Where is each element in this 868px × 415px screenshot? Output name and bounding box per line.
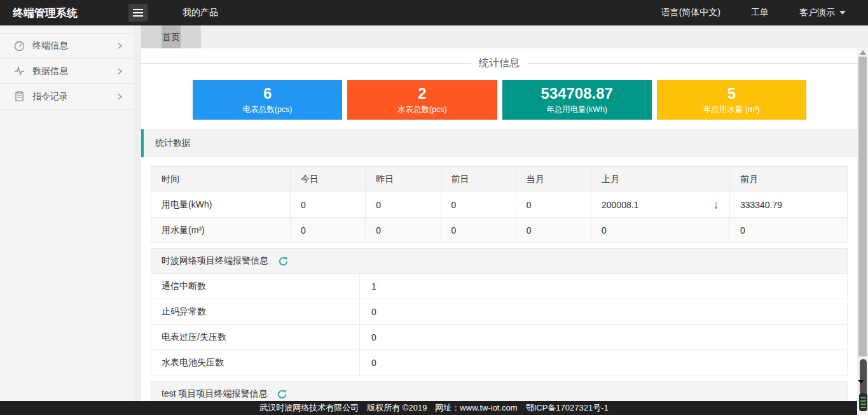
cell-value: 0 bbox=[441, 218, 516, 243]
stat-card-annual-electricity: 534708.87 年总用电量(kWh) bbox=[502, 80, 652, 120]
alarm-value: 0 bbox=[360, 325, 847, 349]
refresh-icon bbox=[279, 257, 288, 266]
sidebar: 终端信息 数据信息 指令记录 bbox=[0, 25, 134, 401]
vertical-scrollbar[interactable] bbox=[857, 48, 868, 415]
chevron-down-icon bbox=[839, 11, 846, 15]
alarm-row-overvoltage: 电表过压/失压数 0 bbox=[151, 325, 847, 350]
alarm-rows: 通信中断数 1 止码异常数 0 电表过压/失压数 0 水表电池失压数 0 bbox=[151, 274, 848, 376]
col-header-time: 时间 bbox=[151, 167, 291, 192]
stats-data-band-title: 统计数据 bbox=[155, 137, 191, 149]
stat-card-value: 534708.87 bbox=[502, 85, 652, 102]
clipboard-icon bbox=[14, 91, 25, 102]
alarm-section-title: 时波网络项目终端报警信息 bbox=[162, 255, 268, 267]
table-row-water: 用水量(m³) 0 0 0 0 0 0 bbox=[151, 218, 848, 243]
stat-card-label: 水表总数(pcs) bbox=[347, 104, 497, 115]
user-menu-label: 客户演示 bbox=[799, 7, 835, 17]
nav-language[interactable]: 语言(简体中文) bbox=[661, 7, 720, 18]
main-content: 统计信息 6 电表总数(pcs) 2 水表总数(pcs) 534708.87 年… bbox=[141, 48, 857, 401]
alarm-section-band: 时波网络项目终端报警信息 bbox=[151, 248, 848, 274]
col-header-month-before: 前月 bbox=[729, 167, 847, 192]
stats-section-title: 统计信息 bbox=[141, 57, 857, 70]
cell-label: 用电量(kWh) bbox=[151, 192, 291, 218]
alarm-label: 通信中断数 bbox=[151, 274, 360, 299]
stat-card-label: 年总用电量(kWh) bbox=[502, 104, 652, 115]
stat-card-value: 2 bbox=[347, 85, 497, 102]
nav-my-products[interactable]: 我的产品 bbox=[183, 7, 218, 18]
sidebar-item-terminal-info[interactable]: 终端信息 bbox=[0, 33, 134, 59]
col-header-this-month: 当月 bbox=[516, 167, 591, 192]
footer-text: 武汉时波网络技术有限公司 版权所有 ©2019 网址：www.tw-iot.co… bbox=[259, 402, 608, 414]
cell-value: 200008.1 bbox=[602, 200, 638, 210]
stats-data-band: 统计数据 bbox=[141, 129, 857, 157]
stat-card-annual-water: 5 年总用水量 (m³) bbox=[657, 80, 806, 120]
cell-value: 0 bbox=[291, 192, 366, 218]
nav-user-menu[interactable]: 客户演示 bbox=[799, 7, 846, 18]
alarm-label: 水表电池失压数 bbox=[151, 350, 360, 376]
refresh-button[interactable] bbox=[279, 257, 288, 266]
cell-value: 333340.79 bbox=[729, 192, 847, 218]
tab-home[interactable]: 首页 bbox=[141, 25, 201, 48]
sidebar-item-label: 数据信息 bbox=[32, 66, 116, 77]
cell-value: 0 bbox=[291, 218, 366, 243]
alarm-section2-band: test 项目项目终端报警信息 bbox=[151, 381, 848, 401]
green-stripes-widget-icon[interactable] bbox=[859, 393, 867, 411]
list-menu-icon bbox=[133, 8, 143, 17]
table-row-electricity: 用电量(kWh) 0 0 0 0 200008.1 ↓ 333340.79 bbox=[151, 192, 848, 218]
gauge-icon bbox=[14, 41, 25, 52]
col-header-day-before: 前日 bbox=[441, 167, 516, 192]
cell-value-last-month: 200008.1 ↓ bbox=[591, 192, 730, 218]
alarm-section2-title: test 项目项目终端报警信息 bbox=[162, 388, 267, 400]
stat-card-label: 电表总数(pcs) bbox=[193, 104, 342, 115]
chevron-right-icon bbox=[116, 42, 123, 50]
stats-table: 时间 今日 昨日 前日 当月 上月 前月 用电量(kWh) 0 0 0 0 20… bbox=[151, 166, 848, 243]
cell-value: 0 bbox=[729, 218, 847, 243]
sidebar-item-label: 终端信息 bbox=[32, 40, 116, 52]
trend-down-arrow-icon: ↓ bbox=[713, 199, 719, 211]
stat-cards: 6 电表总数(pcs) 2 水表总数(pcs) 534708.87 年总用电量(… bbox=[193, 80, 806, 120]
stat-card-label: 年总用水量 (m³) bbox=[657, 104, 806, 115]
cell-value: 0 bbox=[516, 218, 591, 243]
sidebar-item-command-log[interactable]: 指令记录 bbox=[0, 84, 134, 109]
alarm-row-stopcode-abnormal: 止码异常数 0 bbox=[151, 299, 847, 325]
alarm-label: 电表过压/失压数 bbox=[151, 325, 360, 349]
top-header: 终端管理系统 我的产品 语言(简体中文) 工单 客户演示 bbox=[0, 0, 868, 25]
stat-card-electric-meters: 6 电表总数(pcs) bbox=[193, 80, 342, 120]
chevron-right-icon bbox=[116, 67, 123, 75]
sidebar-item-data-info[interactable]: 数据信息 bbox=[0, 59, 134, 84]
scroll-up-arrow-icon[interactable] bbox=[860, 50, 866, 55]
header-right: 语言(简体中文) 工单 客户演示 bbox=[661, 7, 868, 18]
cell-value: 0 bbox=[441, 192, 516, 218]
cell-value: 0 bbox=[591, 218, 730, 243]
cell-value: 0 bbox=[516, 192, 591, 218]
refresh-button[interactable] bbox=[277, 390, 287, 399]
stat-card-water-meters: 2 水表总数(pcs) bbox=[347, 80, 497, 120]
sidebar-toggle-button[interactable] bbox=[128, 4, 148, 22]
scrollbar-thumb[interactable] bbox=[858, 57, 867, 356]
alarm-value: 0 bbox=[360, 299, 847, 324]
scroll-down-arrow-icon[interactable] bbox=[858, 380, 864, 384]
app-title: 终端管理系统 bbox=[0, 6, 128, 20]
tab-bar: 首页 bbox=[141, 25, 857, 48]
cell-value: 0 bbox=[366, 192, 441, 218]
stats-section-title-text: 统计信息 bbox=[479, 57, 520, 70]
refresh-icon bbox=[277, 390, 287, 399]
cell-label: 用水量(m³) bbox=[151, 218, 291, 243]
footer: 武汉时波网络技术有限公司 版权所有 ©2019 网址：www.tw-iot.co… bbox=[0, 401, 868, 415]
alarm-row-battery-voltage: 水表电池失压数 0 bbox=[151, 350, 847, 376]
nav-work-order[interactable]: 工单 bbox=[751, 7, 769, 18]
pulse-icon bbox=[14, 66, 25, 76]
sidebar-item-label: 指令记录 bbox=[32, 91, 116, 102]
chevron-right-icon bbox=[116, 93, 123, 101]
alarm-value: 0 bbox=[360, 350, 847, 376]
alarm-value: 1 bbox=[360, 274, 847, 299]
col-header-yesterday: 昨日 bbox=[366, 167, 441, 192]
cell-value: 0 bbox=[366, 218, 441, 243]
alarm-row-comm-interrupt: 通信中断数 1 bbox=[151, 274, 847, 299]
table-header-row: 时间 今日 昨日 前日 当月 上月 前月 bbox=[151, 167, 848, 192]
alarm-label: 止码异常数 bbox=[151, 299, 360, 324]
col-header-today: 今日 bbox=[291, 167, 366, 192]
stat-card-value: 5 bbox=[657, 85, 806, 102]
col-header-last-month: 上月 bbox=[591, 167, 730, 192]
stat-card-value: 6 bbox=[193, 85, 342, 102]
